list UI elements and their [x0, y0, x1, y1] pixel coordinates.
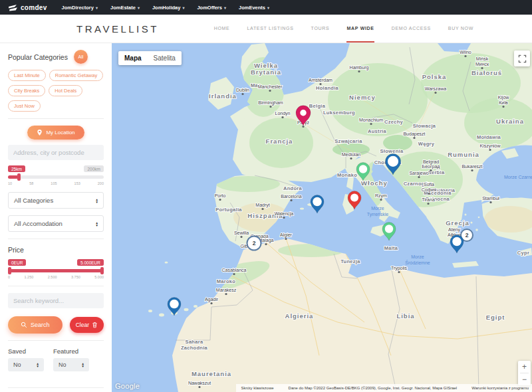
- map-label-sarajewo: Sarajewo: [409, 171, 428, 176]
- accommodation-select[interactable]: All Accomodation ▴▾: [8, 215, 104, 232]
- map-label-portugalia: Portugalia: [215, 207, 242, 213]
- site-title[interactable]: TRAVELLIST: [0, 15, 159, 43]
- tag-city-breaks[interactable]: City Breaks: [8, 85, 45, 96]
- topbar-item-jomdirectory[interactable]: JomDirectory▾: [62, 5, 98, 11]
- map-label-amsterdam: Amsterdam: [309, 78, 332, 82]
- cluster-malaga[interactable]: 2: [247, 237, 261, 250]
- distance-slider[interactable]: [8, 175, 104, 179]
- search-button-label: Search: [31, 322, 50, 328]
- city-dot: [241, 93, 243, 95]
- clear-button[interactable]: Clear: [70, 317, 104, 333]
- map-label-: Минск: [475, 62, 489, 66]
- map-label-w-ochy: Włochy: [361, 179, 388, 187]
- tag-just-now[interactable]: Just Now: [8, 100, 41, 112]
- google-logo[interactable]: Google: [115, 382, 140, 390]
- categories-select-value: All Categories: [14, 197, 53, 204]
- distance-slider-handle[interactable]: [17, 173, 21, 181]
- map-label-hamburg: Hamburg: [350, 65, 369, 70]
- caret-down-icon: ▾: [224, 5, 226, 10]
- nav-item-demo-access[interactable]: DEMO ACCESS: [392, 15, 431, 43]
- map-label-manchester: Manchester: [258, 84, 283, 89]
- map-label-nawakszut: Nawakszut: [188, 381, 211, 385]
- divider: [8, 340, 104, 341]
- divider: [8, 387, 104, 388]
- brand-name: comdev: [21, 4, 47, 11]
- map-label-barcelona: Barcelona: [281, 194, 302, 199]
- map-svg[interactable]: WielkaBrytaniaIrlandiaManHolandiaBelgiaL…: [112, 43, 532, 392]
- city-dot: [413, 137, 415, 139]
- topbar-item-jomoffers[interactable]: JomOffers▾: [197, 5, 226, 11]
- map-label-bia-oru: Białoruś: [471, 69, 502, 76]
- topbar-item-label: JomOffers: [197, 5, 222, 11]
- city-dot: [285, 238, 287, 240]
- comdev-logo[interactable]: comdev: [8, 4, 47, 11]
- accommodation-select-value: All Accomodation: [14, 220, 63, 227]
- map-label-mo-dawia: Mołdawia: [477, 134, 501, 140]
- caret-down-icon: ▾: [182, 5, 184, 10]
- map-label-morze: Morze: [371, 206, 384, 211]
- map-label-madryt: Madryt: [255, 203, 269, 208]
- keyword-input[interactable]: [8, 293, 104, 308]
- map-label-holandia: Holandia: [316, 85, 339, 91]
- topbar-item-jomestate[interactable]: JomEstate▾: [110, 5, 140, 11]
- map-canvas[interactable]: WielkaBrytaniaIrlandiaManHolandiaBelgiaL…: [112, 43, 532, 392]
- nav-item-tours[interactable]: TOURS: [311, 15, 330, 43]
- keyboard-shortcuts-link[interactable]: Skróty klawiszowe: [241, 386, 274, 390]
- tag-romantic-getaway[interactable]: Romantic Getaway: [49, 70, 103, 81]
- tag-hot-deals[interactable]: Hot Deals: [49, 85, 82, 96]
- map-label-irlandia: Irlandia: [209, 92, 237, 100]
- topbar-item-label: JomEvents: [239, 5, 265, 11]
- popular-categories-label: Popular Categories: [8, 53, 68, 61]
- featured-select[interactable]: No ▴▾: [53, 358, 89, 371]
- terms-link[interactable]: Warunki korzystania z programu: [471, 386, 529, 390]
- map-label-kiszyni-w: Kiszyniów: [479, 144, 501, 149]
- price-slider-handle-max[interactable]: [100, 267, 104, 274]
- select-arrows-icon: ▴▾: [96, 221, 98, 227]
- zoom-in-button[interactable]: +: [518, 361, 531, 373]
- map-label-marakesz: Marakesz: [216, 288, 237, 292]
- map-type-map-button[interactable]: Mapa: [118, 51, 148, 65]
- tag-last-minute[interactable]: Last Minute: [8, 70, 46, 81]
- nav-item-map-wide[interactable]: MAP WIDE: [346, 15, 374, 43]
- topbar-item-jomholiday[interactable]: JomHoliday▾: [152, 5, 185, 11]
- divider: [8, 239, 104, 239]
- topbar-item-jomevents[interactable]: JomEvents▾: [239, 5, 269, 11]
- location-pin-icon: [37, 129, 43, 136]
- map-label-birmingham: Birmingham: [258, 100, 283, 106]
- topbar-item-label: JomEstate: [110, 5, 136, 11]
- map-label-casablanca: Casablanca: [222, 268, 247, 272]
- my-location-label: My Location: [46, 130, 74, 136]
- map-type-satellite-button[interactable]: Satelita: [148, 51, 182, 65]
- categories-select[interactable]: All Categories ▴▾: [8, 192, 104, 209]
- trash-icon: [92, 322, 98, 328]
- svg-text:2: 2: [466, 232, 469, 239]
- city-dot: [489, 149, 491, 151]
- nav-item-home[interactable]: HOME: [214, 15, 230, 43]
- distance-tick: 200: [98, 181, 104, 185]
- price-slider-handle-min[interactable]: [8, 267, 11, 274]
- zoom-control: + −: [518, 361, 531, 385]
- saved-select[interactable]: No ▴▾: [8, 358, 44, 371]
- map-label-londyn: Londyn: [275, 111, 291, 116]
- price-scale: 01.2502.5003.7505.000: [8, 275, 104, 279]
- map-label-s-owacja: Słowacja: [413, 123, 436, 129]
- caret-down-icon: ▾: [138, 5, 140, 10]
- map-label-libia: Libia: [396, 312, 414, 320]
- map-label-warszawa: Warszawa: [425, 86, 447, 91]
- search-button[interactable]: Search: [8, 316, 63, 334]
- map-label-maroko: Maroko: [217, 278, 236, 284]
- category-all-badge[interactable]: All: [74, 50, 88, 64]
- address-input[interactable]: [8, 145, 104, 160]
- my-location-button[interactable]: My Location: [27, 126, 84, 140]
- map-label-stambu: Stambuł: [482, 196, 499, 201]
- nav-item-buy-now[interactable]: BUY NOW: [448, 15, 473, 43]
- distance-min-badge: 25km: [8, 165, 25, 172]
- price-tick: 0: [8, 275, 10, 279]
- map-label-grecja: Grecja: [446, 219, 469, 227]
- fullscreen-button[interactable]: [514, 50, 530, 66]
- city-dot: [233, 273, 235, 275]
- nav-item-latest-listings[interactable]: LATEST LISTINGS: [247, 15, 293, 43]
- city-dot: [358, 70, 360, 72]
- svg-text:2: 2: [253, 240, 256, 246]
- price-slider[interactable]: [8, 269, 104, 272]
